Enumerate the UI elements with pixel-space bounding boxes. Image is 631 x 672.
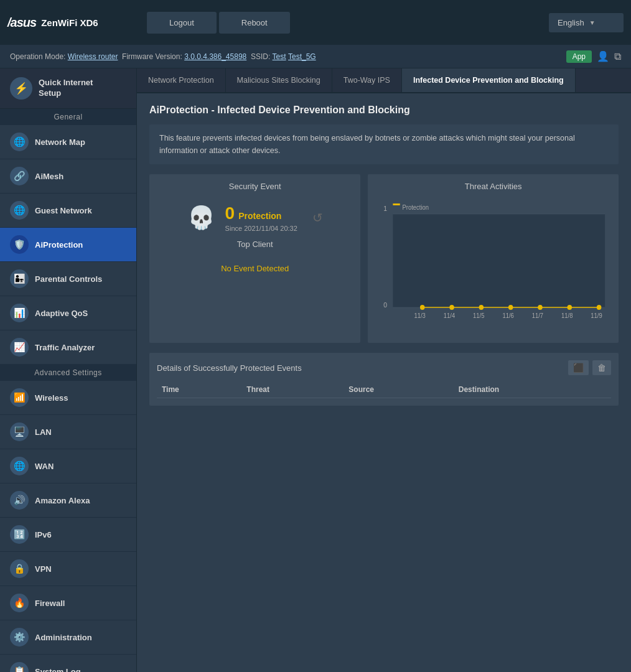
user-icon[interactable]: 👤 — [597, 50, 609, 62]
export-button[interactable]: ⬛ — [568, 360, 589, 375]
ssid-label: SSID: — [251, 52, 270, 61]
sidebar-label-lan: LAN — [35, 427, 52, 437]
operation-mode-label: Operation Mode: — [10, 52, 65, 61]
tab-malicious-sites[interactable]: Malicious Sites Blocking — [226, 68, 332, 92]
system-log-icon: 📋 — [10, 662, 29, 672]
panels-container: Security Event 💀 0 Protection Since 2021… — [149, 174, 619, 343]
copy-icon[interactable]: ⧉ — [614, 51, 621, 62]
sidebar-label-parental-controls: Parental Controls — [35, 274, 102, 284]
aimesh-icon: 🔗 — [10, 167, 29, 185]
ssid-5g-value[interactable]: Test_5G — [288, 52, 316, 61]
sidebar-item-vpn[interactable]: 🔒 VPN — [0, 552, 136, 586]
ssid-value[interactable]: Test — [273, 52, 286, 61]
sidebar-item-traffic-analyzer[interactable]: 📈 Traffic Analyzer — [0, 330, 136, 365]
svg-text:Protection: Protection — [403, 204, 429, 211]
sidebar-item-administration[interactable]: ⚙️ Administration — [0, 620, 136, 655]
security-event-top: 💀 0 Protection Since 2021/11/04 20:32 ↺ — [157, 203, 353, 232]
threat-activities-title: Threat Activities — [375, 182, 611, 191]
nav-buttons: Logout Reboot — [137, 12, 549, 34]
lan-icon: 🖥️ — [10, 422, 29, 441]
sidebar-item-adaptive-qos[interactable]: 📊 Adaptive QoS — [0, 296, 136, 330]
svg-point-10 — [508, 305, 513, 310]
sidebar-item-parental-controls[interactable]: 👨‍👧 Parental Controls — [0, 262, 136, 296]
firmware-value[interactable]: 3.0.0.4.386_45898 — [184, 52, 246, 61]
security-event-content: 💀 0 Protection Since 2021/11/04 20:32 ↺ … — [157, 198, 353, 278]
reboot-button[interactable]: Reboot — [219, 12, 290, 34]
skull-icon: 💀 — [187, 205, 215, 231]
quick-setup-icon: ⚡ — [10, 77, 32, 100]
svg-point-7 — [420, 305, 425, 310]
sidebar-label-wireless: Wireless — [35, 393, 68, 403]
traffic-analyzer-icon: 📈 — [10, 338, 29, 357]
sidebar-label-wan: WAN — [35, 462, 54, 471]
sidebar-item-system-log[interactable]: 📋 System Log — [0, 655, 136, 672]
tab-network-protection[interactable]: Network Protection — [137, 68, 226, 92]
col-destination: Destination — [454, 381, 611, 398]
svg-rect-2 — [393, 203, 400, 205]
vpn-icon: 🔒 — [10, 559, 29, 578]
svg-point-11 — [538, 305, 543, 310]
adaptive-qos-icon: 📊 — [10, 304, 29, 322]
advanced-section-title: Advanced Settings — [0, 365, 136, 381]
sidebar: ⚡ Quick InternetSetup General 🌐 Network … — [0, 68, 137, 672]
page-body: AiProtection - Infected Device Preventio… — [137, 93, 631, 417]
sidebar-label-aimesh: AiMesh — [35, 172, 63, 181]
quick-setup-item[interactable]: ⚡ Quick InternetSetup — [0, 68, 136, 109]
svg-text:11/9: 11/9 — [591, 312, 602, 319]
topbar: /asus ZenWiFi XD6 Logout Reboot English … — [0, 0, 631, 45]
dropdown-arrow-icon: ▼ — [589, 19, 596, 26]
tab-bar: Network Protection Malicious Sites Block… — [137, 68, 631, 93]
svg-rect-4 — [393, 214, 605, 307]
threat-chart-container: 1 0 Protection — [375, 198, 611, 335]
svg-text:1: 1 — [384, 205, 388, 212]
language-selector[interactable]: English ▼ — [549, 13, 624, 32]
col-time: Time — [157, 381, 241, 398]
threat-chart: 1 0 Protection — [375, 198, 611, 323]
sidebar-item-wireless[interactable]: 📶 Wireless — [0, 381, 136, 415]
event-since-label: Since 2021/11/04 20:32 — [225, 225, 297, 232]
main-layout: ⚡ Quick InternetSetup General 🌐 Network … — [0, 68, 631, 672]
operation-mode-value[interactable]: Wireless router — [68, 52, 118, 61]
security-event-title: Security Event — [157, 182, 353, 191]
tab-infected-device[interactable]: Infected Device Prevention and Blocking — [402, 68, 576, 92]
logo-area: /asus ZenWiFi XD6 — [0, 0, 137, 45]
quick-setup-label: Quick InternetSetup — [39, 78, 93, 99]
sidebar-label-system-log: System Log — [35, 667, 81, 673]
svg-text:11/3: 11/3 — [414, 312, 426, 319]
ipv6-icon: 🔢 — [10, 525, 29, 544]
sidebar-item-guest-network[interactable]: 🌐 Guest Network — [0, 194, 136, 228]
sidebar-label-traffic-analyzer: Traffic Analyzer — [35, 343, 95, 352]
clear-button[interactable]: 🗑 — [592, 360, 611, 375]
tab-two-way-ips[interactable]: Two-Way IPS — [332, 68, 402, 92]
sidebar-label-guest-network: Guest Network — [35, 206, 92, 215]
details-table: Time Threat Source Destination — [157, 381, 611, 398]
content-area: Network Protection Malicious Sites Block… — [137, 68, 631, 672]
sidebar-item-lan[interactable]: 🖥️ LAN — [0, 415, 136, 449]
wan-icon: 🌐 — [10, 457, 29, 475]
language-label: English — [558, 18, 584, 27]
svg-text:0: 0 — [384, 301, 388, 309]
svg-text:11/6: 11/6 — [503, 312, 514, 319]
sidebar-label-vpn: VPN — [35, 564, 52, 574]
sidebar-item-amazon-alexa[interactable]: 🔊 Amazon Alexa — [0, 483, 136, 518]
details-section: Details of Successfully Protected Events… — [149, 353, 619, 406]
sidebar-item-aimesh[interactable]: 🔗 AiMesh — [0, 159, 136, 194]
sidebar-item-aiprotection[interactable]: 🛡️ AiProtection — [0, 228, 136, 262]
col-threat: Threat — [241, 381, 344, 398]
app-button[interactable]: App — [566, 50, 592, 63]
general-section-title: General — [0, 109, 136, 125]
logout-button[interactable]: Logout — [147, 12, 217, 34]
sidebar-item-ipv6[interactable]: 🔢 IPv6 — [0, 518, 136, 552]
sidebar-item-wan[interactable]: 🌐 WAN — [0, 449, 136, 483]
asus-logo: /asus — [7, 16, 36, 30]
col-source: Source — [344, 381, 453, 398]
refresh-icon[interactable]: ↺ — [312, 210, 323, 225]
amazon-alexa-icon: 🔊 — [10, 491, 29, 510]
sidebar-item-firewall[interactable]: 🔥 Firewall — [0, 586, 136, 620]
sidebar-item-network-map[interactable]: 🌐 Network Map — [0, 125, 136, 159]
aiprotection-icon: 🛡️ — [10, 235, 29, 254]
parental-controls-icon: 👨‍👧 — [10, 269, 29, 288]
sidebar-label-amazon-alexa: Amazon Alexa — [35, 496, 90, 505]
threat-activities-panel: Threat Activities 1 0 Protection — [368, 174, 619, 343]
event-protection-label: Protection — [238, 211, 281, 221]
